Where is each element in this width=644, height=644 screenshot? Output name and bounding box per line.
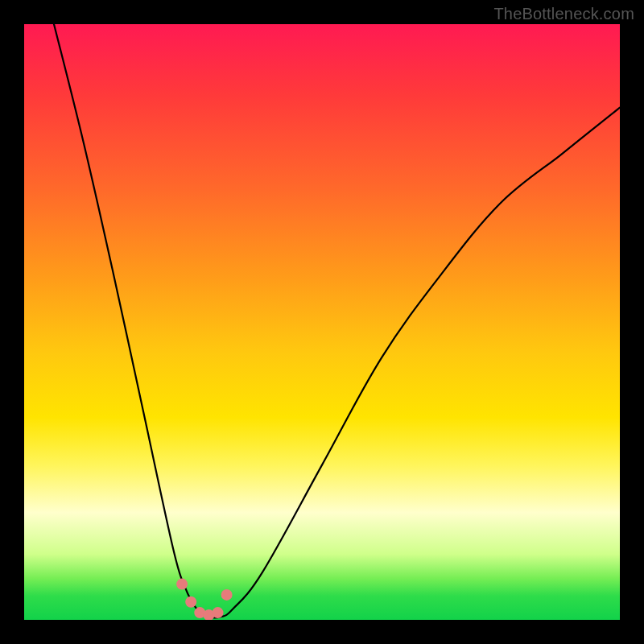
valley-markers	[176, 579, 233, 620]
curve-layer	[24, 24, 620, 620]
valley-marker	[185, 597, 196, 608]
valley-marker	[213, 607, 224, 618]
bottleneck-curve	[54, 24, 620, 618]
watermark-text: TheBottleneck.com	[493, 5, 634, 23]
chart-frame: TheBottleneck.com	[0, 0, 644, 644]
plot-area	[24, 24, 620, 620]
valley-marker	[221, 589, 233, 601]
valley-marker	[176, 579, 188, 590]
